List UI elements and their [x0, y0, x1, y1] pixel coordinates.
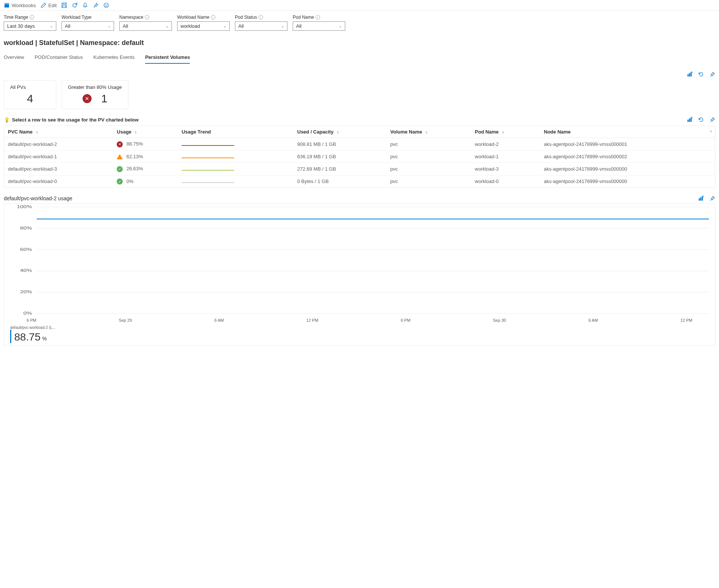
select-workload-type[interactable]: All⌄	[62, 21, 114, 31]
col-usage[interactable]: Usage↑↓	[113, 126, 178, 138]
card-all-pvs[interactable]: All PVs 4	[4, 80, 56, 109]
card-value: 1	[101, 92, 108, 105]
alert-icon[interactable]	[82, 2, 88, 8]
svg-point-3	[104, 3, 108, 8]
info-icon: i	[259, 15, 263, 20]
log-analytics-icon[interactable]	[687, 71, 693, 77]
pin-icon[interactable]	[709, 195, 715, 201]
workbooks-link[interactable]: Workbooks	[4, 2, 36, 8]
filter-pod-name: Pod Namei All⌄	[293, 15, 345, 31]
sort-icon: ↑↓	[337, 130, 338, 134]
pin-icon[interactable]	[709, 117, 715, 123]
cell-trend	[178, 138, 293, 151]
filter-label: Pod Statusi	[235, 15, 287, 20]
log-analytics-icon[interactable]	[698, 195, 704, 201]
select-time-range[interactable]: Last 30 days⌄	[4, 21, 56, 31]
cell-used: 0 Bytes / 1 GB	[293, 175, 387, 188]
sort-icon: ↑↓	[36, 130, 37, 134]
tab-pod-container[interactable]: POD/Container Status	[35, 51, 83, 64]
info-icon: i	[145, 15, 149, 20]
table-row[interactable]: default/pvc-workload-1 62.13%636.19 MB /…	[4, 150, 715, 163]
undo-icon[interactable]	[698, 117, 704, 123]
filter-workload-name: Workload Namei workload⌄	[177, 15, 230, 31]
cell-usage: ✓ 26.63%	[113, 163, 178, 176]
card-label: All PVs	[10, 84, 50, 90]
sort-icon: ↑↓	[502, 130, 503, 134]
svg-rect-15	[700, 197, 701, 201]
cell-volume: pvc	[387, 150, 471, 163]
select-pod-name[interactable]: All⌄	[293, 21, 345, 31]
cell-node: aks-agentpool-24178999-vmss000002	[540, 150, 715, 163]
success-icon: ✓	[117, 166, 123, 172]
line-chart: 100%80%60%40%20%0%	[4, 204, 715, 316]
svg-text:20%: 20%	[20, 290, 32, 294]
chart-container: 100%80%60%40%20%0% 6 PMSep 296 AM12 PM6 …	[4, 204, 715, 346]
chevron-down-icon: ⌄	[223, 24, 226, 28]
save-icon[interactable]	[61, 2, 67, 8]
info-icon: i	[30, 15, 34, 20]
svg-point-17	[702, 196, 704, 198]
x-axis-labels: 6 PMSep 296 AM12 PM6 PMSep 306 AM12 PM	[4, 316, 715, 323]
col-node[interactable]: Node Name↑↓	[540, 126, 715, 138]
svg-rect-14	[699, 198, 700, 201]
select-namespace[interactable]: All⌄	[119, 21, 172, 31]
refresh-icon[interactable]	[72, 2, 78, 8]
tab-overview[interactable]: Overview	[4, 51, 24, 64]
filter-namespace: Namespacei All⌄	[119, 15, 172, 31]
svg-text:60%: 60%	[20, 248, 32, 252]
col-trend[interactable]: Usage Trend	[178, 126, 293, 138]
svg-point-13	[691, 117, 693, 119]
select-pod-status[interactable]: All⌄	[235, 21, 287, 31]
undo-icon[interactable]	[698, 71, 704, 77]
chart-actions	[698, 195, 715, 201]
page-title: workload | StatefulSet | Namespace: defa…	[0, 34, 719, 51]
trend-line	[182, 170, 234, 171]
cell-trend	[178, 175, 293, 188]
table-actions	[687, 117, 715, 123]
chevron-down-icon: ⌄	[50, 24, 53, 28]
pin-icon[interactable]	[93, 2, 99, 8]
sort-icon: ↑↓	[134, 130, 136, 134]
cell-pod: workload-3	[471, 163, 540, 176]
svg-point-9	[691, 72, 693, 74]
cell-used: 636.19 MB / 1 GB	[293, 150, 387, 163]
error-icon: ✕	[117, 141, 123, 147]
filter-label: Time Rangei	[4, 15, 56, 20]
table-row[interactable]: default/pvc-workload-2✕ 88.75%908.81 MB …	[4, 138, 715, 151]
chevron-down-icon: ⌄	[108, 24, 111, 28]
cell-used: 908.81 MB / 1 GB	[293, 138, 387, 151]
tab-persistent-volumes[interactable]: Persistent Volumes	[145, 51, 190, 64]
svg-rect-1	[5, 3, 9, 4]
workbooks-label: Workbooks	[12, 3, 36, 8]
log-analytics-icon[interactable]	[687, 117, 693, 123]
pin-icon[interactable]	[709, 71, 715, 77]
table-row[interactable]: default/pvc-workload-3✓ 26.63%272.69 MB …	[4, 163, 715, 176]
cell-trend	[178, 163, 293, 176]
col-used-capacity[interactable]: Used / Capacity↑↓	[293, 126, 387, 138]
bulb-icon: 💡	[4, 117, 10, 123]
cell-pvc: default/pvc-workload-0	[4, 175, 113, 188]
col-pod[interactable]: Pod Name↑↓	[471, 126, 540, 138]
select-workload-name[interactable]: workload⌄	[177, 21, 230, 31]
legend-series-name: default/pvc-workload-2 (L...	[10, 326, 709, 330]
svg-rect-11	[689, 118, 690, 122]
col-volume[interactable]: Volume Name↑↓	[387, 126, 471, 138]
cell-pod: workload-1	[471, 150, 540, 163]
svg-text:80%: 80%	[20, 226, 32, 230]
col-pvc-name[interactable]: PVC Name↑↓	[4, 126, 113, 138]
error-icon: ✕	[83, 94, 92, 103]
cell-pvc: default/pvc-workload-1	[4, 150, 113, 163]
tab-k8s-events[interactable]: Kubernetes Events	[93, 51, 135, 64]
filter-pod-status: Pod Statusi All⌄	[235, 15, 287, 31]
sort-icon: ↑↓	[710, 129, 711, 133]
table-row[interactable]: default/pvc-workload-0✓ 0%0 Bytes / 1 GB…	[4, 175, 715, 188]
card-gt-80[interactable]: Greater than 80% Usage ✕ 1	[62, 80, 128, 109]
feedback-icon[interactable]	[103, 2, 109, 8]
filter-label: Pod Namei	[293, 15, 345, 20]
info-icon: i	[211, 15, 215, 20]
legend-unit: %	[42, 336, 47, 343]
warning-icon	[117, 154, 123, 159]
filter-bar: Time Rangei Last 30 days⌄ Workload Type …	[0, 11, 719, 34]
cell-usage: ✓ 0%	[113, 175, 178, 188]
edit-button[interactable]: Edit	[41, 2, 57, 8]
